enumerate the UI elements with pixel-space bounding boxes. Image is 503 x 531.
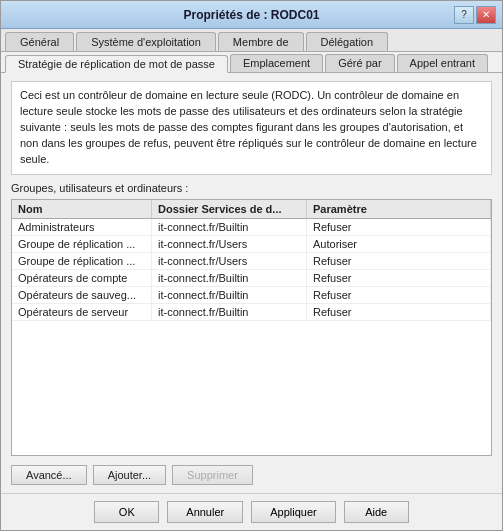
- title-bar-controls: ? ✕: [454, 6, 496, 24]
- cell-nom: Opérateurs de serveur: [12, 304, 152, 320]
- top-tab-row: Général Système d'exploitation Membre de…: [1, 29, 502, 52]
- groups-label: Groupes, utilisateurs et ordinateurs :: [11, 182, 492, 194]
- cell-parametre: Refuser: [307, 253, 491, 269]
- table-row[interactable]: Groupe de réplication ... it-connect.fr/…: [12, 236, 491, 253]
- cell-parametre: Refuser: [307, 304, 491, 320]
- cell-parametre: Autoriser: [307, 236, 491, 252]
- cell-nom: Opérateurs de sauveg...: [12, 287, 152, 303]
- cell-parametre: Refuser: [307, 287, 491, 303]
- cell-dossier: it-connect.fr/Builtin: [152, 270, 307, 286]
- cell-dossier: it-connect.fr/Builtin: [152, 304, 307, 320]
- col-nom: Nom: [12, 200, 152, 218]
- aide-button[interactable]: Aide: [344, 501, 409, 523]
- close-button[interactable]: ✕: [476, 6, 496, 24]
- tab-emplacement[interactable]: Emplacement: [230, 54, 323, 72]
- second-tab-row: Stratégie de réplication de mot de passe…: [1, 52, 502, 73]
- tab-strategie[interactable]: Stratégie de réplication de mot de passe: [5, 55, 228, 73]
- table-header: Nom Dossier Services de d... Paramètre: [12, 200, 491, 219]
- table-row[interactable]: Opérateurs de compte it-connect.fr/Built…: [12, 270, 491, 287]
- table-row[interactable]: Opérateurs de serveur it-connect.fr/Buil…: [12, 304, 491, 321]
- annuler-button[interactable]: Annuler: [167, 501, 243, 523]
- appliquer-button[interactable]: Appliquer: [251, 501, 335, 523]
- tab-membre[interactable]: Membre de: [218, 32, 304, 51]
- bottom-buttons: Avancé... Ajouter... Supprimer: [11, 461, 492, 487]
- tab-appel-entrant[interactable]: Appel entrant: [397, 54, 488, 72]
- cell-dossier: it-connect.fr/Users: [152, 253, 307, 269]
- window-title: Propriétés de : RODC01: [49, 8, 454, 22]
- cell-dossier: it-connect.fr/Builtin: [152, 219, 307, 235]
- title-bar: Propriétés de : RODC01 ? ✕: [1, 1, 502, 29]
- cell-parametre: Refuser: [307, 270, 491, 286]
- help-button[interactable]: ?: [454, 6, 474, 24]
- supprimer-button[interactable]: Supprimer: [172, 465, 253, 485]
- tab-systeme[interactable]: Système d'exploitation: [76, 32, 216, 51]
- footer: OK Annuler Appliquer Aide: [1, 493, 502, 530]
- ajouter-button[interactable]: Ajouter...: [93, 465, 166, 485]
- content-area: Ceci est un contrôleur de domaine en lec…: [1, 73, 502, 493]
- table-row[interactable]: Groupe de réplication ... it-connect.fr/…: [12, 253, 491, 270]
- cell-nom: Opérateurs de compte: [12, 270, 152, 286]
- tab-general[interactable]: Général: [5, 32, 74, 51]
- tab-delegation[interactable]: Délégation: [306, 32, 389, 51]
- table-row[interactable]: Administrateurs it-connect.fr/Builtin Re…: [12, 219, 491, 236]
- table-body: Administrateurs it-connect.fr/Builtin Re…: [12, 219, 491, 321]
- avance-button[interactable]: Avancé...: [11, 465, 87, 485]
- cell-nom: Administrateurs: [12, 219, 152, 235]
- col-dossier: Dossier Services de d...: [152, 200, 307, 218]
- description-text: Ceci est un contrôleur de domaine en lec…: [11, 81, 492, 175]
- cell-parametre: Refuser: [307, 219, 491, 235]
- ok-button[interactable]: OK: [94, 501, 159, 523]
- tab-gere-par[interactable]: Géré par: [325, 54, 394, 72]
- window: Propriétés de : RODC01 ? ✕ Général Systè…: [0, 0, 503, 531]
- table-row[interactable]: Opérateurs de sauveg... it-connect.fr/Bu…: [12, 287, 491, 304]
- col-parametre: Paramètre: [307, 200, 491, 218]
- cell-nom: Groupe de réplication ...: [12, 253, 152, 269]
- cell-dossier: it-connect.fr/Users: [152, 236, 307, 252]
- cell-nom: Groupe de réplication ...: [12, 236, 152, 252]
- cell-dossier: it-connect.fr/Builtin: [152, 287, 307, 303]
- table-container: Nom Dossier Services de d... Paramètre A…: [11, 199, 492, 456]
